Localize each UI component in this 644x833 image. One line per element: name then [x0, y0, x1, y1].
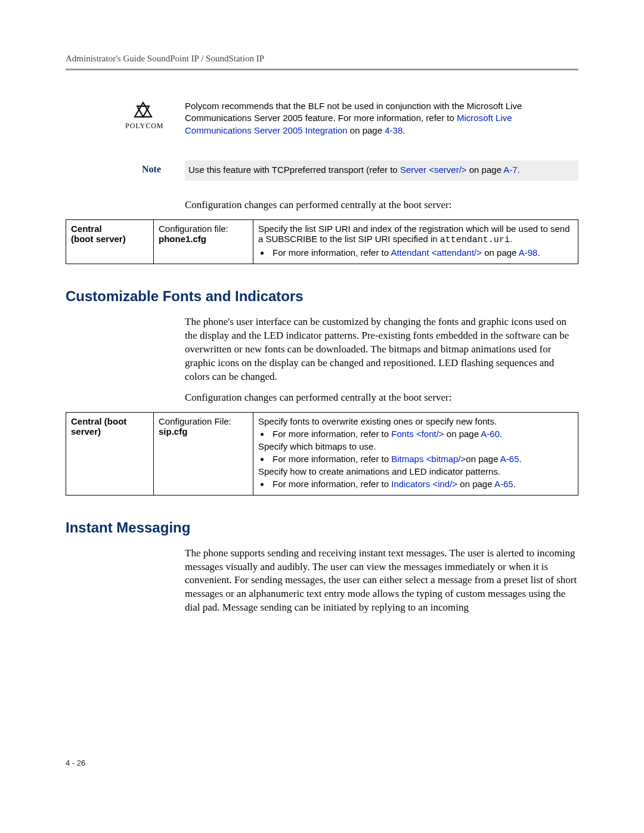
- text: on page: [444, 429, 481, 439]
- cell-file: Configuration File: sip.cfg: [154, 412, 253, 495]
- page-ref[interactable]: A-98: [519, 247, 538, 258]
- text: .: [510, 234, 512, 244]
- cell-location: Central (boot server): [66, 219, 154, 264]
- recommendation-text: Polycom recommends that the BLF not be u…: [185, 100, 578, 137]
- body-paragraph: Configuration changes can performed cent…: [185, 391, 578, 405]
- cell-location: Central (boot server): [66, 412, 154, 495]
- text: .: [537, 247, 540, 258]
- text: Specify the list SIP URI and index of th…: [258, 224, 570, 244]
- list-item: For more information, refer to Attendant…: [270, 247, 573, 258]
- recommendation-block: POLYCOM Polycom recommends that the BLF …: [66, 100, 578, 137]
- note-label-cell: Note: [66, 160, 173, 175]
- page-ref[interactable]: A-7: [503, 165, 517, 175]
- text: .: [513, 479, 516, 489]
- text: .: [519, 454, 522, 464]
- text: Use this feature with TCPpreferred trans…: [188, 165, 400, 175]
- text: .: [518, 165, 520, 175]
- text: on page: [466, 454, 500, 464]
- table-row: Central (boot server) Configuration File…: [66, 412, 578, 495]
- filename: sip.cfg: [159, 426, 187, 436]
- section-heading-fonts: Customizable Fonts and Indicators: [66, 288, 578, 305]
- cell-desc: Specify the list SIP URI and index of th…: [253, 219, 578, 264]
- svg-marker-0: [135, 103, 151, 117]
- text: Configuration File:: [159, 416, 231, 426]
- text: on page: [482, 247, 519, 258]
- polycom-logo-text: POLYCOM: [125, 122, 161, 131]
- page-number: 4 - 26: [66, 758, 85, 767]
- body-paragraph: Configuration changes can performed cent…: [185, 199, 578, 212]
- config-table-1: Central (boot server) Configuration file…: [66, 219, 578, 264]
- text: on page: [348, 125, 385, 135]
- text: For more information, refer to: [273, 247, 391, 258]
- text: Specify how to create animations and LED…: [258, 466, 573, 476]
- page: Administrator's Guide SoundPoint IP / So…: [0, 0, 644, 833]
- text: Configuration file:: [159, 224, 228, 234]
- text: (boot server): [71, 234, 126, 244]
- page-ref[interactable]: A-60: [481, 429, 500, 439]
- text: on page: [467, 165, 504, 175]
- text: Specify which bitmaps to use.: [258, 441, 573, 451]
- list-item: For more information, refer to Bitmaps <…: [270, 454, 573, 464]
- text: For more information, refer to: [273, 479, 391, 489]
- config-table-2: Central (boot server) Configuration File…: [66, 412, 578, 496]
- text: Central: [71, 224, 102, 234]
- text: .: [402, 125, 405, 135]
- page-ref[interactable]: A-65: [500, 454, 519, 464]
- note-block: Note Use this feature with TCPpreferred …: [66, 160, 578, 181]
- text: Central (boot server): [71, 416, 126, 436]
- page-ref[interactable]: 4-38: [385, 125, 402, 135]
- text: .: [500, 429, 502, 439]
- bullet-list: For more information, refer to Bitmaps <…: [270, 454, 573, 464]
- running-header: Administrator's Guide SoundPoint IP / So…: [66, 54, 578, 64]
- text: For more information, refer to: [273, 429, 391, 439]
- link-server[interactable]: Server <server/>: [400, 165, 467, 175]
- text: For more information, refer to: [273, 454, 391, 464]
- code-text: attendant.uri: [440, 235, 510, 245]
- note-label: Note: [142, 164, 161, 174]
- link-fonts[interactable]: Fonts <font/>: [391, 429, 444, 439]
- list-item: For more information, refer to Indicator…: [270, 479, 573, 489]
- cell-file: Configuration file: phone1.cfg: [154, 219, 253, 264]
- logo-cell: POLYCOM: [66, 100, 173, 131]
- body-paragraph: The phone supports sending and receiving…: [185, 547, 578, 615]
- section-heading-im: Instant Messaging: [66, 519, 578, 536]
- link-attendant[interactable]: Attendant <attendant/>: [391, 247, 482, 258]
- svg-marker-1: [137, 106, 149, 117]
- cell-desc: Specify fonts to overwrite existing ones…: [253, 412, 578, 495]
- body-paragraph: The phone's user interface can be custom…: [185, 315, 578, 384]
- bullet-list: For more information, refer to Fonts <fo…: [270, 429, 573, 439]
- note-body: Use this feature with TCPpreferred trans…: [185, 160, 578, 181]
- text: on page: [457, 479, 494, 489]
- list-item: For more information, refer to Fonts <fo…: [270, 429, 573, 439]
- page-ref[interactable]: A-65: [494, 479, 513, 489]
- header-rule: [66, 69, 578, 70]
- bullet-list: For more information, refer to Indicator…: [270, 479, 573, 489]
- table-row: Central (boot server) Configuration file…: [66, 219, 578, 264]
- text: Specify fonts to overwrite existing ones…: [258, 416, 573, 426]
- link-bitmaps[interactable]: Bitmaps <bitmap/>: [391, 454, 466, 464]
- filename: phone1.cfg: [159, 234, 206, 244]
- polycom-logo-icon: [132, 101, 154, 120]
- bullet-list: For more information, refer to Attendant…: [270, 247, 573, 258]
- link-indicators[interactable]: Indicators <ind/>: [391, 479, 457, 489]
